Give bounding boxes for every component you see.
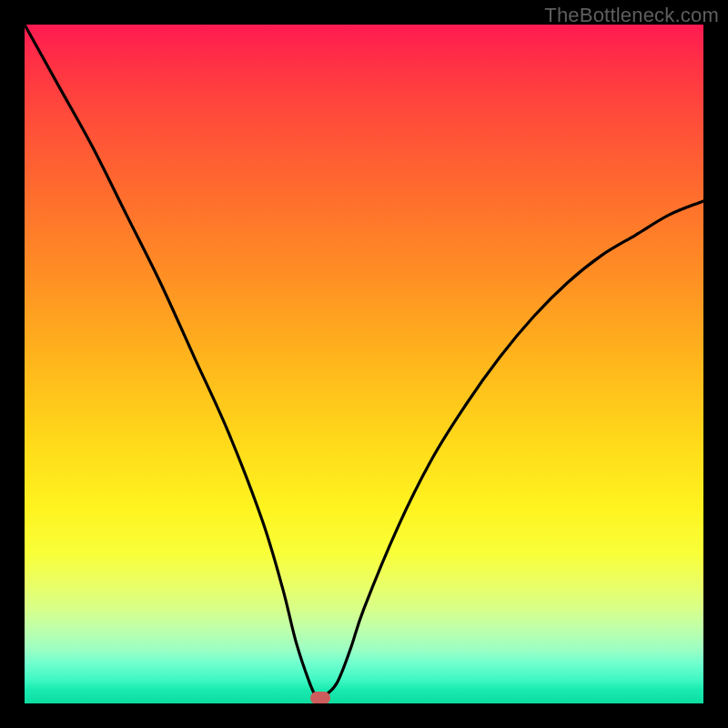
outer-frame: TheBottleneck.com bbox=[0, 0, 728, 728]
optimal-point-marker bbox=[310, 692, 330, 703]
plot-area bbox=[25, 25, 703, 703]
bottleneck-curve bbox=[25, 25, 703, 703]
